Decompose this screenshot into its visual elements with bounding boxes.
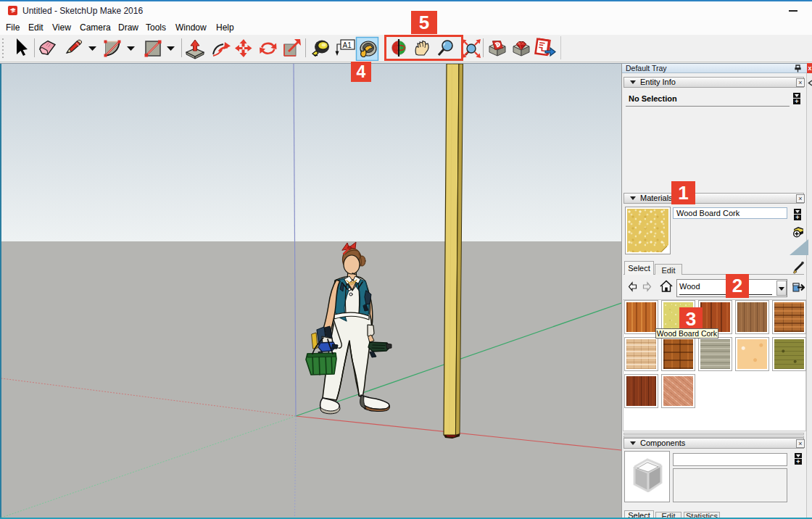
svg-text:A1: A1 [343, 41, 352, 49]
